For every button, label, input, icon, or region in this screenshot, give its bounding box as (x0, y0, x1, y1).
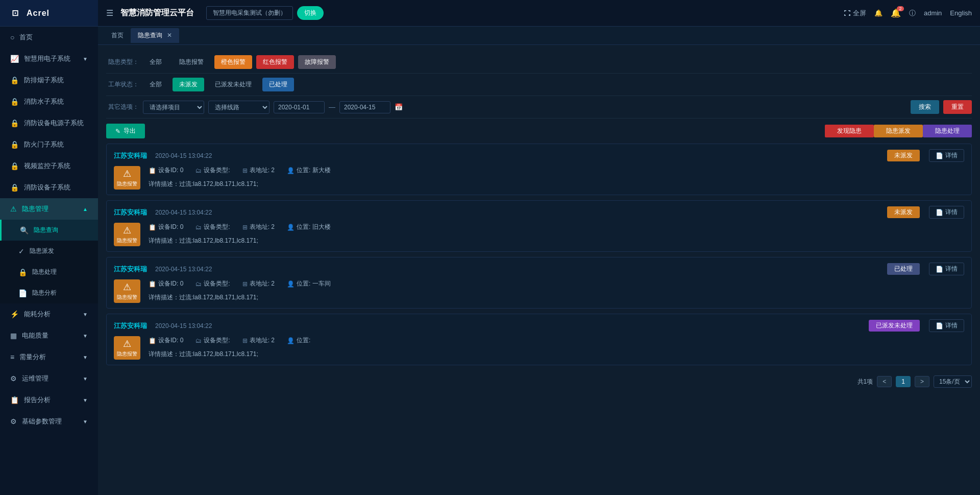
sidebar-item-label: 视频监控子系统 (24, 161, 70, 171)
fullscreen-icon (844, 10, 851, 17)
sidebar-item-hazard-query[interactable]: 🔍 隐患查询 (0, 220, 98, 241)
next-page-button[interactable]: > (915, 376, 929, 387)
chevron-up-icon: ▲ (83, 206, 88, 212)
total-label: 共1项 (857, 378, 873, 386)
doc-icon2: 📄 (936, 152, 943, 159)
sidebar-item-label: 隐患管理 (22, 204, 48, 214)
filter-type-red[interactable]: 红色报警 (256, 55, 294, 69)
field-device-type: 🗂 设备类型: (195, 279, 230, 288)
sidebar-item-hazard-process[interactable]: 🔒 隐患处理 (0, 262, 98, 282)
sidebar-item-power-quality[interactable]: ▦ 电能质量 ▼ (0, 325, 98, 346)
filter-status-label: 工单状态： (106, 80, 139, 89)
info-icon[interactable]: ⓘ (909, 9, 916, 18)
notification-icon[interactable]: 🔔 2 (891, 8, 901, 18)
chevron-down-icon3: ▼ (83, 333, 88, 339)
project-select[interactable]: 请选择项目 (143, 101, 204, 114)
notification-badge: 2 (897, 6, 904, 11)
detail-button[interactable]: 📄 详情 (929, 319, 964, 332)
current-page-button[interactable]: 1 (896, 376, 911, 387)
topbar-right: 全屏 🔔 🔔 2 ⓘ admin English (844, 8, 972, 18)
sidebar-item-smoke[interactable]: 🔒 防排烟子系统 (0, 69, 98, 91)
filter-status-pending[interactable]: 未派发 (173, 78, 204, 91)
filter-status-row: 工单状态： 全部 未派发 已派发未处理 已处理 (106, 74, 972, 96)
chevron-down-icon6: ▼ (83, 397, 88, 403)
field-description: 详情描述：过流:la8.172,lb8.171,lc8.171; (149, 293, 964, 302)
detail-button[interactable]: 📄 详情 (929, 149, 964, 162)
sidebar-item-door[interactable]: 🔒 防火门子系统 (0, 134, 98, 155)
record-status: 未派发 (887, 150, 920, 161)
filter-other-label: 其它选项： (106, 103, 139, 111)
field-device-id: 📋 设备ID: 0 (149, 336, 183, 345)
language-selector[interactable]: English (950, 9, 972, 17)
filter-status-all[interactable]: 全部 (143, 78, 168, 91)
sidebar-item-video[interactable]: 🔒 视频监控子系统 (0, 155, 98, 177)
sidebar-item-power[interactable]: 🔒 消防设备电源子系统 (0, 112, 98, 134)
detail-button[interactable]: 📄 详情 (929, 263, 964, 275)
field-location: 👤 位置: 旧大楼 (287, 223, 331, 231)
sidebar-item-demand[interactable]: ≡ 需量分析 ▼ (0, 346, 98, 368)
settings-icon: ⚙ (10, 417, 17, 426)
sidebar-item-hazard-analysis[interactable]: 📄 隐患分析 (0, 282, 98, 303)
field-device-id: 📋 设备ID: 0 (149, 223, 183, 231)
field-location: 👤 位置: 一车间 (287, 279, 331, 288)
sidebar-item-home[interactable]: ○ 首页 (0, 27, 98, 48)
sidebar-item-water[interactable]: 🔒 消防水子系统 (0, 91, 98, 112)
record-body: ⚠ 隐患报警 📋 设备ID: 0 🗂 设备类型: ⊞ 表地址: 2 (114, 166, 964, 190)
detail-button[interactable]: 📄 详情 (929, 206, 964, 219)
pagination: 共1项 < 1 > 15条/页 (106, 370, 972, 393)
record-body: ⚠ 隐患报警 📋 设备ID: 0 🗂 设备类型: ⊞ 表地址: 2 (114, 336, 964, 360)
filter-status-sent[interactable]: 已派发未处理 (208, 78, 258, 91)
field-mac-addr: ⊞ 表地址: 2 (242, 279, 275, 288)
field-location: 👤 位置: (287, 336, 310, 345)
record-card: 江苏安科瑞 2020-04-15 13:04:22 已处理 📄 详情 ⚠ 隐患报… (106, 257, 972, 309)
speaker-icon[interactable]: 🔔 (874, 9, 883, 17)
sidebar-item-hazard[interactable]: ⚠ 隐患管理 ▲ (0, 198, 98, 220)
tab-close-icon[interactable]: ✕ (167, 32, 172, 39)
tab-hazard-query[interactable]: 隐患查询 ✕ (131, 28, 179, 43)
sidebar-item-ops[interactable]: ⚙ 运维管理 ▼ (0, 368, 98, 389)
tab-home[interactable]: 首页 (104, 28, 131, 43)
menu-icon[interactable]: ☰ (106, 8, 113, 18)
lock-icon2: 🔒 (10, 98, 19, 106)
sidebar-item-smart-elec[interactable]: 📈 智慧用电子系统 ▼ (0, 48, 98, 69)
filter-type-orange[interactable]: 橙色报警 (214, 55, 252, 69)
sidebar-item-label: 防排烟子系统 (24, 76, 64, 85)
record-header: 江苏安科瑞 2020-04-15 13:04:22 已处理 📄 详情 (114, 263, 964, 275)
chevron-down-icon4: ▼ (83, 355, 88, 360)
switch-button[interactable]: 切换 (297, 6, 324, 20)
col-header-find: 发现隐患 (825, 125, 874, 137)
filter-type-all[interactable]: 全部 (143, 55, 168, 69)
sidebar-item-label: 能耗分析 (24, 310, 51, 319)
sidebar-item-report[interactable]: 📋 报告分析 ▼ (0, 389, 98, 411)
filter-type-fault[interactable]: 故障报警 (298, 55, 336, 69)
date-start-input[interactable] (274, 101, 325, 113)
lock-icon3: 🔒 (10, 119, 19, 127)
export-button[interactable]: ✎ 导出 (106, 124, 145, 138)
filter-type-hazard[interactable]: 隐患报警 (173, 55, 210, 69)
alert-icon3: ⚠ (123, 281, 131, 293)
record-name: 江苏安科瑞 (114, 151, 147, 160)
date-end-input[interactable] (339, 101, 390, 113)
record-name: 江苏安科瑞 (114, 321, 147, 331)
main-area: ☰ 智慧消防管理云平台 智慧用电采集测试（勿删） 切换 全屏 🔔 🔔 2 ⓘ a… (98, 0, 980, 495)
location-icon: 👤 (287, 167, 295, 174)
sidebar-item-label: 防火门子系统 (24, 140, 64, 149)
calendar-icon[interactable]: 📅 (395, 103, 403, 111)
filter-status-processed[interactable]: 已处理 (262, 78, 294, 91)
sidebar-item-hazard-dispatch[interactable]: ✓ 隐患派发 (0, 241, 98, 262)
sidebar-item-basic[interactable]: ⚙ 基础参数管理 ▼ (0, 411, 98, 432)
prev-page-button[interactable]: < (877, 376, 892, 387)
record-card: 江苏安科瑞 2020-04-15 13:04:22 已派发未处理 📄 详情 ⚠ … (106, 314, 972, 365)
field-device-id: 📋 设备ID: 0 (149, 279, 183, 288)
search-button[interactable]: 搜索 (911, 100, 939, 114)
page-size-select[interactable]: 15条/页 (934, 375, 972, 388)
record-status: 未派发 (887, 206, 920, 218)
field-location: 👤 位置: 新大楼 (287, 166, 331, 175)
reset-button[interactable]: 重置 (943, 100, 972, 114)
line-select[interactable]: 选择线路 (208, 101, 270, 114)
sidebar-item-device[interactable]: 🔒 消防设备子系统 (0, 177, 98, 198)
export-icon: ✎ (115, 128, 120, 135)
sidebar-item-energy[interactable]: ⚡ 能耗分析 ▼ (0, 303, 98, 325)
record-fields: 📋 设备ID: 0 🗂 设备类型: ⊞ 表地址: 2 👤 位置: 新大楼 (149, 166, 964, 188)
fullscreen-text[interactable]: 全屏 (844, 9, 866, 18)
